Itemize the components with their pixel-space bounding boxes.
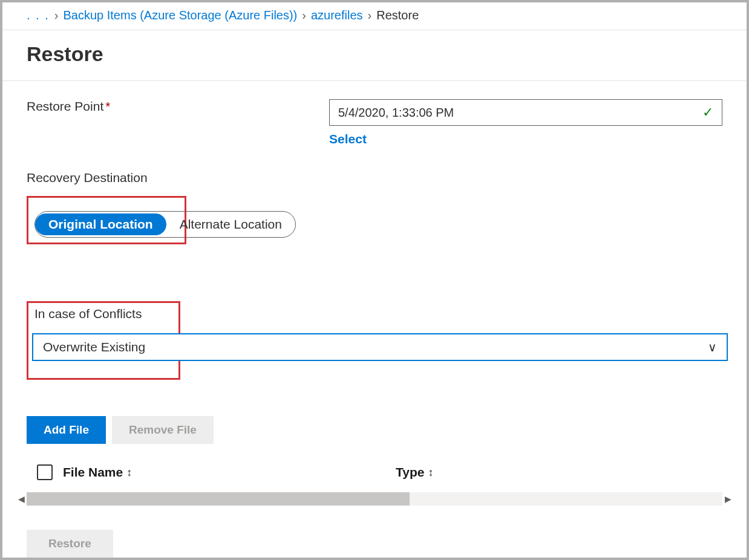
chevron-right-icon: › — [302, 8, 306, 22]
file-table-header: File Name ↕ Type ↕ — [27, 464, 722, 480]
select-all-checkbox[interactable] — [37, 464, 53, 480]
chevron-right-icon: › — [54, 8, 59, 22]
recovery-destination-highlight: Original Location Alternate Location — [27, 196, 186, 244]
column-type[interactable]: Type ↕ — [396, 465, 722, 480]
scroll-thumb[interactable] — [27, 492, 410, 506]
column-file-name[interactable]: File Name ↕ — [63, 465, 396, 480]
breadcrumb-ellipsis[interactable]: . . . — [27, 8, 50, 22]
restore-point-row: Restore Point* 5/4/2020, 1:33:06 PM ✓ Se… — [27, 99, 722, 146]
breadcrumb-current: Restore — [376, 8, 419, 22]
conflicts-dropdown[interactable]: Overwrite Existing ∨ — [32, 333, 728, 361]
required-asterisk: * — [105, 99, 110, 113]
restore-button: Restore — [27, 530, 113, 558]
file-buttons-row: Add File Remove File — [27, 416, 722, 444]
select-link[interactable]: Select — [329, 132, 367, 146]
toggle-original-location[interactable]: Original Location — [35, 213, 166, 235]
toggle-alternate-location[interactable]: Alternate Location — [166, 213, 295, 235]
remove-file-button: Remove File — [112, 416, 214, 444]
breadcrumb-backup-items[interactable]: Backup Items (Azure Storage (Azure Files… — [63, 8, 297, 22]
chevron-right-icon: › — [368, 8, 372, 22]
recovery-destination-toggle: Original Location Alternate Location — [34, 211, 296, 238]
sort-icon: ↕ — [428, 466, 433, 479]
restore-point-input[interactable]: 5/4/2020, 1:33:06 PM ✓ — [329, 99, 722, 126]
scroll-left-icon[interactable]: ◀ — [16, 492, 27, 506]
scroll-right-icon[interactable]: ▶ — [722, 492, 733, 506]
footer: Restore — [27, 530, 722, 558]
breadcrumb: . . . › Backup Items (Azure Storage (Azu… — [2, 2, 747, 30]
sort-icon: ↕ — [126, 466, 132, 479]
restore-point-label: Restore Point* — [27, 99, 329, 114]
recovery-destination-label: Recovery Destination — [27, 171, 722, 185]
horizontal-scrollbar[interactable]: ◀ ▶ — [27, 492, 722, 506]
conflicts-label: In case of Conflicts — [32, 303, 175, 327]
page-title: Restore — [2, 30, 747, 81]
checkmark-icon: ✓ — [702, 105, 713, 120]
select-all-cell — [27, 464, 63, 480]
restore-point-value: 5/4/2020, 1:33:06 PM — [338, 106, 454, 120]
conflicts-value: Overwrite Existing — [43, 340, 145, 354]
chevron-down-icon: ∨ — [708, 340, 717, 354]
breadcrumb-azurefiles[interactable]: azurefiles — [311, 8, 363, 22]
conflicts-highlight: In case of Conflicts Overwrite Existing … — [27, 301, 180, 380]
add-file-button[interactable]: Add File — [27, 416, 106, 444]
